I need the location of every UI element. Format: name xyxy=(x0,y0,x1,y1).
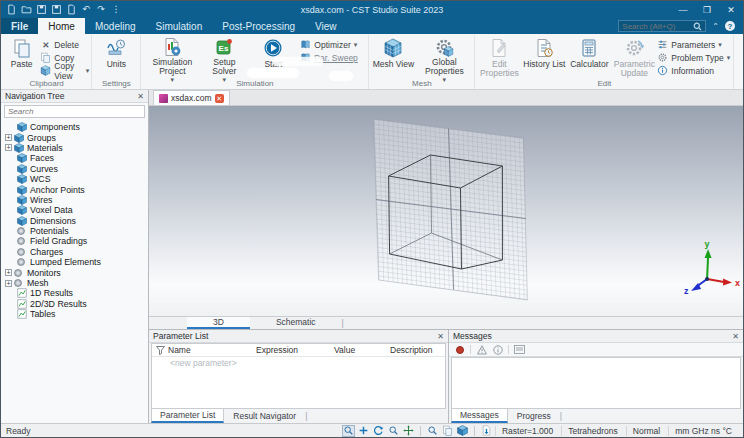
tree-search-box[interactable] xyxy=(4,105,145,118)
delete-button[interactable]: ✕ Delete xyxy=(40,39,89,50)
tree-item-faces[interactable]: Faces xyxy=(5,153,148,163)
zoom-icon[interactable] xyxy=(426,425,439,437)
status-units[interactable]: mm GHz ns °C xyxy=(668,426,738,436)
messages-body[interactable] xyxy=(451,357,741,409)
message-options-icon[interactable] xyxy=(514,344,525,355)
problem-type-button[interactable]: Problem Type ▾ xyxy=(657,52,731,63)
cube-icon xyxy=(14,133,24,143)
close-panel-icon[interactable]: ✕ xyxy=(137,92,144,101)
tree-item-monitors[interactable]: +Monitors xyxy=(5,267,148,277)
mesh-cells-icon[interactable] xyxy=(456,425,469,437)
help-icon[interactable]: ? xyxy=(725,21,735,31)
tab-modeling[interactable]: Modeling xyxy=(85,18,146,34)
edit-properties-button[interactable]: Edit Properties xyxy=(477,36,521,78)
info-filter-icon[interactable] xyxy=(492,344,503,355)
zoom-window-icon[interactable] xyxy=(342,425,355,437)
new-file-icon[interactable] xyxy=(5,4,17,16)
move-icon[interactable] xyxy=(402,425,415,437)
tab-result-navigator[interactable]: Result Navigator xyxy=(224,409,305,423)
tab-3d[interactable]: 3D xyxy=(187,317,250,329)
maximize-button[interactable]: ❐ xyxy=(695,1,719,18)
tab-progress[interactable]: Progress xyxy=(508,409,560,423)
document-tab[interactable]: xsdax.com ✕ xyxy=(153,90,230,105)
calculator-button[interactable]: Calculator xyxy=(567,36,611,78)
parametric-update-button[interactable]: Parametric Update xyxy=(612,36,656,78)
search-input[interactable] xyxy=(622,22,693,31)
tree-item-materials[interactable]: +Materials xyxy=(5,143,148,153)
filter-icon[interactable] xyxy=(152,346,168,355)
units-button[interactable]: Units xyxy=(94,36,138,78)
copy-view-button[interactable]: Copy View ▾ xyxy=(40,65,89,76)
warnings-filter-icon[interactable] xyxy=(476,344,487,355)
clipping-plane-icon[interactable] xyxy=(441,425,454,437)
close-panel-icon[interactable]: ✕ xyxy=(437,332,444,341)
tree-item-tables[interactable]: Tables xyxy=(5,309,148,319)
parameters-button[interactable]: Parameters ▾ xyxy=(657,39,731,50)
status-mesh-cells[interactable]: Tetrahedrons xyxy=(561,426,624,436)
minimize-button[interactable]: — xyxy=(671,1,695,18)
paste-icon xyxy=(11,37,33,59)
expand-icon[interactable]: + xyxy=(5,269,12,276)
import-icon[interactable] xyxy=(65,4,77,16)
tree-item-components[interactable]: Components xyxy=(5,122,148,132)
tree-item-wcs[interactable]: WCS xyxy=(5,174,148,184)
rotate-view-icon[interactable] xyxy=(372,425,385,437)
tree-item-lumped-elements[interactable]: Lumped Elements xyxy=(5,257,148,267)
history-list-button[interactable]: History List xyxy=(522,36,566,78)
pan-icon[interactable] xyxy=(357,425,370,437)
undo-icon[interactable]: ↶ xyxy=(80,4,92,16)
close-panel-icon[interactable]: ✕ xyxy=(732,332,739,341)
expand-icon[interactable]: + xyxy=(5,280,12,287)
expand-icon[interactable]: + xyxy=(5,134,12,141)
close-button[interactable]: ✕ xyxy=(719,1,743,18)
tree-item-field-gradings[interactable]: Field Gradings xyxy=(5,236,148,246)
open-file-icon[interactable] xyxy=(20,4,32,16)
tree-item-anchor-points[interactable]: Anchor Points xyxy=(5,184,148,194)
errors-filter-icon[interactable] xyxy=(454,344,465,355)
optimizer-button[interactable]: Optimizer ▾ xyxy=(300,39,366,50)
tab-post-processing[interactable]: Post-Processing xyxy=(212,18,305,34)
information-button[interactable]: Information xyxy=(657,65,731,76)
parameter-table[interactable]: Name Expression Value Description <new p… xyxy=(151,343,446,409)
tree-item-wires[interactable]: Wires xyxy=(5,195,148,205)
export-image-icon[interactable] xyxy=(480,425,493,437)
tab-simulation[interactable]: Simulation xyxy=(146,18,213,34)
setup-solver-button[interactable]: Setup Solver▾ xyxy=(202,36,246,78)
dynamic-zoom-icon[interactable] xyxy=(387,425,400,437)
expand-icon[interactable]: + xyxy=(5,144,12,151)
tree-item-curves[interactable]: Curves xyxy=(5,164,148,174)
collapse-ribbon-icon[interactable]: ⌃ xyxy=(712,22,719,31)
tree-item-1d-results[interactable]: 1D Results xyxy=(5,288,148,298)
global-properties-button[interactable]: Global Properties▾ xyxy=(416,36,472,78)
status-view-mode[interactable]: Normal xyxy=(626,426,666,436)
tree-search-input[interactable] xyxy=(8,107,141,116)
tree-item-voxel-data[interactable]: Voxel Data xyxy=(5,205,148,215)
open-report-button[interactable]: Open Report▾ xyxy=(736,36,744,78)
paste-button[interactable]: Paste xyxy=(4,36,39,78)
status-raster[interactable]: Raster=1.000 xyxy=(495,426,559,436)
tab-parameter-list[interactable]: Parameter List xyxy=(151,409,224,423)
3d-viewport[interactable]: y x z xyxy=(149,106,743,316)
save-all-icon[interactable] xyxy=(50,4,62,16)
tab-messages[interactable]: Messages xyxy=(451,409,508,423)
save-icon[interactable] xyxy=(35,4,47,16)
tree-item-mesh[interactable]: +Mesh xyxy=(5,278,148,288)
new-parameter-row[interactable]: <new parameter> xyxy=(152,357,445,369)
tree-item-charges[interactable]: Charges xyxy=(5,247,148,257)
mesh-view-button[interactable]: Mesh View xyxy=(371,36,415,78)
tab-schematic[interactable]: Schematic xyxy=(250,317,342,329)
ribbon-search[interactable] xyxy=(618,20,706,32)
tab-home[interactable]: Home xyxy=(38,18,85,34)
tab-file[interactable]: File xyxy=(1,18,38,34)
tree-item-groups[interactable]: +Groups xyxy=(5,132,148,142)
qat-customize-icon[interactable]: ⋮ xyxy=(110,4,122,16)
units-icon xyxy=(105,37,127,59)
tab-view[interactable]: View xyxy=(305,18,347,34)
calculator-icon xyxy=(578,37,600,59)
close-document-icon[interactable]: ✕ xyxy=(215,94,224,103)
simulation-project-button[interactable]: Simulation Project▾ xyxy=(143,36,201,78)
tree-item-2d3d-results[interactable]: 2D/3D Results xyxy=(5,299,148,309)
tree-item-dimensions[interactable]: Dimensions xyxy=(5,216,148,226)
tree-item-potentials[interactable]: Potentials xyxy=(5,226,148,236)
redo-icon[interactable]: ↷ xyxy=(95,4,107,16)
